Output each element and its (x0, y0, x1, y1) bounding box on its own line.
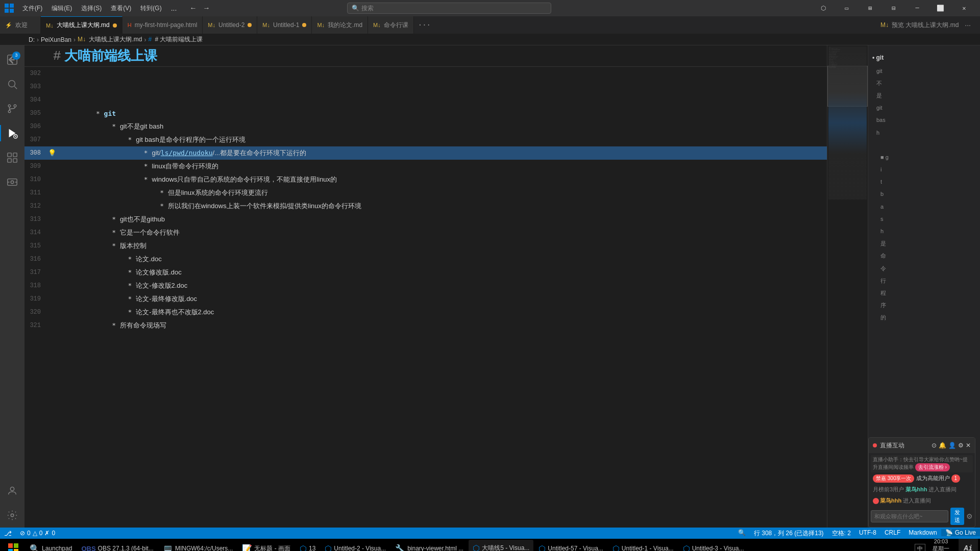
menu-more[interactable]: ... (167, 2, 181, 15)
menu-edit[interactable]: 编辑(E) (47, 2, 76, 15)
sb-spaces[interactable]: 空格: 2 (828, 529, 855, 538)
tb-vscode4[interactable]: ⬡ Untitled-1 - Visua... (608, 540, 678, 551)
line-number-307: 307 (24, 136, 46, 143)
tab-welcome[interactable]: ⚡ 欢迎 (0, 16, 41, 34)
ai-button[interactable]: Ai (959, 539, 978, 551)
activity-remote[interactable] (0, 170, 24, 194)
line-number-302: 302 (24, 70, 46, 77)
tb-vscode4-label: Untitled-1 - Visua... (622, 545, 674, 551)
tb-vscode5[interactable]: ⬡ Untitled-3 - Visua... (679, 540, 748, 551)
activity-git[interactable] (0, 96, 24, 121)
tb-obs[interactable]: OBS OBS 27.1.3 (64-bit... (77, 540, 158, 551)
line-number-309: 309 (24, 163, 46, 170)
menu-select[interactable]: 选择(S) (77, 2, 106, 15)
back-button[interactable]: ← (187, 2, 199, 14)
tab-lunwen[interactable]: M↓ 我的论文.md (312, 16, 368, 34)
live-message-3: 月榜前3用户 菜鸟hhh 进入直播间 (871, 485, 973, 494)
sb-search[interactable]: 🔍 (734, 529, 750, 536)
line-number-316: 316 (24, 256, 46, 263)
language-label: Markdown (909, 529, 937, 536)
right-sidebar: • git git 不 是 git bas h ■ g i t b a s h (868, 45, 980, 528)
preview-more-button[interactable]: ··· (962, 21, 974, 29)
tb-binary[interactable]: 🔧 binary-viewer.html ... (391, 540, 468, 551)
panel-button[interactable]: ⊟ (882, 0, 905, 16)
code-line-302: 302 (24, 67, 827, 80)
activity-settings[interactable] (0, 503, 24, 528)
search-bar[interactable]: 🔍 搜索 (347, 3, 551, 14)
tb-mingw[interactable]: 💻 MINGW64:/c/Users... (159, 540, 237, 551)
sb-go-live[interactable]: 📡 Go Live (941, 529, 980, 536)
tb-launchpad[interactable]: 🔍 Launchpad (26, 540, 76, 551)
live-panel-icons: ⊙ 🔔 👤 ⚙ ✕ (932, 442, 971, 449)
maximize-button[interactable]: ⬜ (929, 0, 952, 16)
tb-vscode1-label: Untitled-2 - Visua... (334, 545, 386, 551)
status-bar-right: 🔍 行 308，列 26 (已选择13) 空格: 2 UTF-8 CRLF Ma… (734, 529, 980, 538)
tab-preview[interactable]: M↓ 预览 大喵线上课大纲.md ··· (874, 16, 980, 34)
tab-label-welcome: 欢迎 (15, 21, 28, 30)
sb-encoding[interactable]: UTF-8 (855, 529, 880, 536)
tab-html[interactable]: H my-first-html-page.html (122, 16, 203, 34)
activity-search[interactable] (0, 72, 24, 96)
live-icon-settings[interactable]: ⚙ (958, 442, 964, 449)
tb-notepad[interactable]: 📝 无标题 - 画面 (238, 540, 295, 551)
live-gear-icon[interactable]: ⚙ (966, 512, 973, 520)
tab-untitled2[interactable]: M↓ Untitled-2 (203, 16, 257, 34)
tb-vscode3[interactable]: ⬡ Untitled-57 - Visua... (534, 540, 607, 551)
sb-line-ending[interactable]: CRLF (880, 529, 904, 536)
forward-button[interactable]: → (200, 2, 212, 14)
tab-more-button[interactable]: ··· (414, 16, 435, 34)
bc-section[interactable]: # # 大喵前端线上课 (148, 35, 203, 44)
live-input-row: 发送 ⚙ (871, 508, 973, 525)
tb-mingw-icon: 💻 (163, 544, 173, 552)
live-icon-3[interactable]: 👤 (948, 442, 956, 449)
live-icon-2[interactable]: 🔔 (939, 442, 946, 449)
menu-view[interactable]: 查看(V) (107, 2, 135, 15)
code-line-321: 321 * 所有命令现场写 (24, 319, 827, 332)
tab-label-untitled1: Untitled-1 (273, 21, 299, 29)
sb-errors[interactable]: ⊘ 0 △ 0 ✗ 0 (16, 528, 59, 539)
activity-account[interactable] (0, 479, 24, 503)
editor[interactable]: # 大喵前端线上课 302 303 304 (24, 45, 827, 528)
bc-file[interactable]: M↓ 大喵线上课大纲.md (78, 35, 142, 44)
layout-button[interactable]: ⬡ (812, 0, 835, 16)
tb-vscode1[interactable]: ⬡ Untitled-2 - Visua... (321, 540, 390, 551)
sb-language[interactable]: Markdown (904, 529, 941, 536)
sb-position[interactable]: 行 308，列 26 (已选择13) (750, 529, 828, 538)
grid-button[interactable]: ⊞ (859, 0, 882, 16)
bc-drive[interactable]: D: (29, 36, 35, 43)
tab-untitled1[interactable]: M↓ Untitled-1 (257, 16, 312, 34)
split-button[interactable]: ▭ (835, 0, 859, 16)
live-badge-1[interactable]: 去引流涨粉 › (915, 463, 950, 471)
minimize-button[interactable]: — (905, 0, 929, 16)
svg-rect-2 (5, 9, 9, 13)
live-icon-1[interactable]: ⊙ (932, 442, 937, 449)
app-icon (4, 3, 14, 13)
systray-lang[interactable]: 中 (915, 544, 925, 552)
activity-explorer[interactable]: 3 (0, 47, 24, 72)
tab-outline[interactable]: M↓ 大喵线上课大纲.md (41, 16, 122, 34)
tb-vscode1-icon: ⬡ (325, 544, 332, 552)
warning-icon: △ (33, 530, 37, 537)
tb-vscode2[interactable]: ⬡ 大喵线5 - Visua... (469, 540, 533, 551)
tb-time: 20:03 (928, 538, 953, 545)
live-close-button[interactable]: ✕ (966, 442, 971, 449)
tb-number[interactable]: ⬡ 13 (296, 540, 320, 551)
close-button[interactable]: ✕ (952, 0, 976, 16)
live-user-green: 菜鸟hhh (905, 486, 927, 492)
tb-number-label: 13 (309, 545, 315, 551)
live-chat-input[interactable] (871, 510, 948, 522)
start-button[interactable] (2, 539, 24, 551)
search-icon: 🔍 (352, 5, 359, 12)
menu-file[interactable]: 文件(F) (18, 2, 46, 15)
status-bar: ⎇ ⊘ 0 △ 0 ✗ 0 🔍 行 308，列 26 (已选择13) 空格: 2… (0, 528, 980, 539)
live-send-button[interactable]: 发送 (950, 508, 964, 525)
live-panel-title: 直播互动 (880, 441, 904, 450)
bc-folder[interactable]: PeiXunBan (41, 36, 71, 43)
activity-run[interactable] (0, 121, 24, 145)
svg-rect-0 (5, 4, 9, 8)
activity-extensions[interactable] (0, 145, 24, 170)
sb-git-branch[interactable]: ⎇ (0, 528, 16, 539)
svg-point-8 (14, 105, 16, 107)
menu-goto[interactable]: 转到(G) (136, 2, 165, 15)
tab-cmd[interactable]: M↓ 命令行课 (368, 16, 414, 34)
